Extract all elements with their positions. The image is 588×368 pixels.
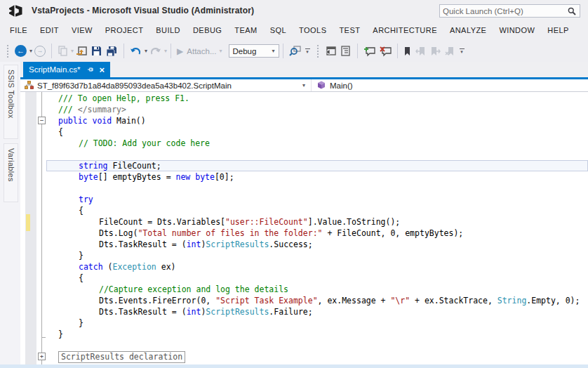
- toolbar-separator: [51, 44, 52, 58]
- find-options-dropdown-icon[interactable]: ▾: [305, 48, 310, 53]
- navigate-backward-dropdown-icon[interactable]: ▾: [29, 48, 32, 54]
- toolbar-overflow-icon[interactable]: ▾: [460, 48, 465, 53]
- code-line-21[interactable]: }: [46, 317, 588, 329]
- code-line-24[interactable]: ScriptResults declaration: [46, 351, 588, 362]
- menu-item-sql[interactable]: SQL: [264, 21, 293, 40]
- bottom-edge-strip: [0, 364, 588, 368]
- add-comment-button[interactable]: [362, 44, 377, 59]
- quick-launch-input[interactable]: [440, 7, 566, 15]
- document-outline-button[interactable]: [339, 44, 353, 59]
- clear-bookmarks-button[interactable]: [443, 44, 457, 59]
- code-line-12[interactable]: FileCount = Dts.Variables["user::FileCou…: [46, 216, 588, 228]
- code-line-2[interactable]: /// </summary>: [46, 104, 588, 115]
- start-debug-dropdown-icon[interactable]: ▾: [219, 48, 222, 54]
- code-line-11[interactable]: {: [46, 205, 588, 216]
- title-bar: VstaProjects - Microsoft Visual Studio (…: [0, 0, 588, 21]
- code-line-14[interactable]: Dts.TaskResult = (int)ScriptResults.Succ…: [46, 239, 588, 250]
- menu-item-help[interactable]: HELP: [541, 21, 575, 40]
- code-line-9[interactable]: [46, 183, 588, 194]
- code-line-16[interactable]: catch (Exception ex): [46, 261, 588, 272]
- code-editor[interactable]: /// To open Help, press F1./// </summary…: [20, 92, 588, 368]
- delete-comment-button[interactable]: [378, 44, 393, 59]
- menu-item-edit[interactable]: EDIT: [34, 21, 65, 40]
- save-all-button[interactable]: [105, 44, 119, 59]
- toolbar-separator: [123, 44, 124, 58]
- toolbar-grip[interactable]: [316, 45, 319, 58]
- code-line-23[interactable]: [46, 340, 588, 351]
- save-button[interactable]: [90, 44, 103, 59]
- code-line-13[interactable]: Dts.Log("Total number of files in the fo…: [46, 228, 588, 239]
- collapsed-region-label[interactable]: ScriptResults declaration: [58, 351, 185, 363]
- type-dropdown[interactable]: ST_f89f63d7b1a84da895093dea5a43b402.Scri…: [20, 79, 311, 91]
- left-dock-strip: SSIS Toolbox Variables: [0, 62, 20, 368]
- menu-item-build[interactable]: BUILD: [149, 21, 187, 40]
- menu-item-project[interactable]: PROJECT: [99, 21, 150, 40]
- code-line-10[interactable]: try: [46, 194, 588, 205]
- undo-button[interactable]: [128, 44, 143, 59]
- sidebar-tab-ssis-toolbox[interactable]: SSIS Toolbox: [4, 65, 18, 139]
- find-in-files-button[interactable]: [288, 44, 302, 59]
- solution-configuration-value: Debug: [233, 47, 272, 55]
- sidebar-tab-variables[interactable]: Variables: [4, 143, 18, 202]
- previous-bookmark-button[interactable]: [414, 44, 427, 59]
- menu-item-test[interactable]: TEST: [333, 21, 366, 40]
- code-line-22[interactable]: }: [46, 329, 588, 340]
- document-tab-scriptmain[interactable]: ScriptMain.cs* ×: [23, 62, 110, 77]
- modified-lines-indicator: [26, 214, 30, 231]
- code-line-17[interactable]: {: [46, 272, 588, 284]
- code-line-7[interactable]: string FileCount;: [46, 160, 588, 171]
- menu-item-team[interactable]: TEAM: [228, 21, 263, 40]
- toggle-bookmark-button[interactable]: [402, 44, 413, 59]
- visual-studio-logo-icon: [9, 5, 22, 17]
- pin-icon[interactable]: [87, 66, 94, 73]
- navigate-forward-button[interactable]: →: [33, 44, 47, 59]
- code-line-8[interactable]: byte[] emptyBytes = new byte[0];: [46, 171, 588, 183]
- code-line-15[interactable]: }: [46, 250, 588, 261]
- code-line-3[interactable]: public void Main(): [46, 115, 588, 126]
- code-line-4[interactable]: {: [46, 126, 588, 138]
- redo-button[interactable]: [148, 44, 163, 59]
- toolbar-separator: [283, 44, 283, 58]
- menu-item-architecture[interactable]: ARCHITECTURE: [366, 21, 443, 40]
- new-project-dropdown-icon[interactable]: ▾: [71, 48, 74, 54]
- menu-item-window[interactable]: WINDOW: [493, 21, 541, 40]
- member-dropdown[interactable]: Main(): [312, 79, 588, 91]
- play-icon: ▶: [177, 46, 183, 56]
- code-area[interactable]: /// To open Help, press F1./// </summary…: [46, 93, 588, 362]
- member-dropdown-value: Main(): [330, 81, 353, 90]
- menu-item-debug[interactable]: DEBUG: [187, 21, 228, 40]
- quick-launch-box[interactable]: [439, 4, 580, 18]
- new-project-button[interactable]: [56, 44, 69, 59]
- open-file-button[interactable]: [74, 44, 88, 59]
- undo-dropdown-icon[interactable]: ▾: [145, 48, 147, 54]
- code-line-6[interactable]: [46, 149, 588, 160]
- method-icon: [317, 79, 326, 92]
- attach-label: Attach...: [187, 47, 216, 55]
- code-line-19[interactable]: Dts.Events.FireError(0, "Script Task Exa…: [46, 295, 588, 306]
- view-designer-button[interactable]: [323, 44, 338, 59]
- menu-item-view[interactable]: VIEW: [65, 21, 99, 40]
- solution-configuration-combobox[interactable]: Debug ▾: [229, 44, 279, 58]
- start-debug-button[interactable]: ▶ Attach...: [175, 44, 218, 59]
- search-icon[interactable]: [568, 7, 576, 15]
- code-line-5[interactable]: // TODO: Add your code here: [46, 138, 588, 149]
- combobox-dropdown-icon: ▾: [272, 48, 274, 54]
- window-title: VstaProjects - Microsoft Visual Studio (…: [32, 6, 254, 15]
- navigate-backward-button[interactable]: ←: [13, 44, 28, 59]
- type-dropdown-value: ST_f89f63d7b1a84da895093dea5a43b402.Scri…: [37, 81, 232, 90]
- code-line-18[interactable]: //Capture exception and log the details: [46, 284, 588, 295]
- redo-dropdown-icon[interactable]: ▾: [164, 48, 167, 54]
- outlining-margin-line: [41, 92, 42, 368]
- class-icon: [25, 79, 34, 92]
- menu-item-tools[interactable]: TOOLS: [293, 21, 333, 40]
- expand-region-icon[interactable]: +: [38, 353, 46, 360]
- code-line-20[interactable]: Dts.TaskResult = (int)ScriptResults.Fail…: [46, 306, 588, 317]
- close-icon[interactable]: ×: [100, 65, 105, 74]
- toolbar-grip[interactable]: [6, 45, 9, 58]
- menu-item-analyze[interactable]: ANALYZE: [443, 21, 493, 40]
- type-dropdown-caret-icon[interactable]: ▾: [302, 82, 305, 88]
- code-line-1[interactable]: /// To open Help, press F1.: [46, 93, 588, 104]
- menu-item-file[interactable]: FILE: [4, 21, 34, 40]
- collapse-region-icon[interactable]: −: [38, 117, 46, 124]
- next-bookmark-button[interactable]: [429, 44, 442, 59]
